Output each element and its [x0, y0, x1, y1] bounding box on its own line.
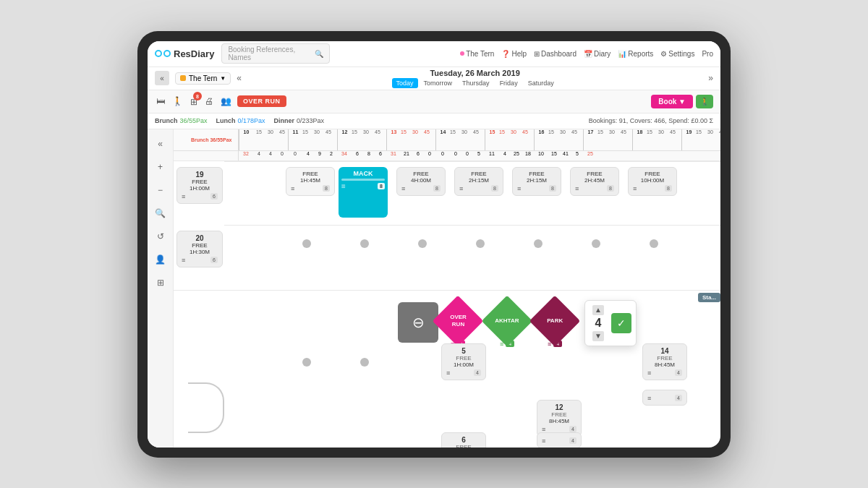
slot-dot-2[interactable]: [360, 239, 369, 248]
capacity-row: 32 4 4 0 0 4 9 2 34 6 8 6 31 21: [174, 151, 720, 161]
cap-0a: 0: [276, 151, 288, 160]
slot-dot-3[interactable]: [418, 239, 427, 248]
sidebar-collapse-icon[interactable]: «: [152, 135, 169, 153]
stepper-down-button[interactable]: ▼: [592, 331, 604, 341]
prev-date-arrow[interactable]: «: [237, 73, 242, 83]
menu-icon-14: ≡: [647, 369, 651, 377]
nav-reports-label: Reports: [628, 50, 653, 58]
free-card-2h45[interactable]: FREE 2H:45M ≡ 8: [570, 167, 619, 196]
tab-friday[interactable]: Friday: [495, 78, 522, 88]
table-5-card[interactable]: 5 FREE 1H:00M ≡ 4: [441, 343, 486, 380]
sidebar-grid-icon[interactable]: ⊞: [152, 274, 169, 291]
mack-cap-badge: 8: [378, 183, 385, 189]
cap-badge-2h45: 8: [607, 185, 614, 192]
sidebar-zoom-out-icon[interactable]: −: [152, 181, 169, 199]
sidebar-undo-icon[interactable]: ↺: [152, 228, 169, 245]
day-tabs: Today Tomorrow Thursday Friday Saturday: [247, 78, 702, 88]
akhtar-diamond[interactable]: 2 AKHTAR ≡ 4: [489, 295, 525, 348]
menu-icon-4h: ≡: [401, 185, 405, 192]
table-4-blocked[interactable]: ⊖: [398, 302, 438, 343]
nav-item-diary[interactable]: 📅 Diary: [584, 50, 610, 58]
nav-item-reports[interactable]: 📊 Reports: [618, 50, 653, 58]
sidebar-search-icon[interactable]: 🔍: [152, 205, 169, 222]
next-date-chevron[interactable]: »: [708, 73, 713, 83]
nav-item-pro[interactable]: Pro: [702, 50, 713, 58]
walk-in-button[interactable]: 🚶: [696, 95, 713, 108]
search-bar[interactable]: Booking References, Names 🔍: [221, 43, 330, 64]
next-date-arrow[interactable]: »: [708, 73, 713, 83]
print-icon[interactable]: 🖨: [203, 95, 215, 108]
table-14b-card[interactable]: ≡ 4: [642, 390, 687, 406]
cap-6b: 6: [375, 151, 386, 160]
book-button[interactable]: Book ▼: [651, 95, 693, 108]
stepper-up-button[interactable]: ▲: [592, 305, 604, 315]
tablet-screen: ResDiary Booking References, Names 🔍 The…: [148, 41, 720, 448]
lunch-value: 0/178Pax: [238, 117, 265, 124]
help-icon: ❓: [501, 50, 510, 58]
slot-dot-1[interactable]: [302, 239, 311, 248]
overrun-diamond[interactable]: 3 OVER RUN ≡ 3: [440, 295, 476, 348]
stepper-confirm-button[interactable]: ✓: [611, 313, 631, 333]
venue-selector[interactable]: The Tern ▼: [175, 72, 231, 85]
nav-venue-label: The Tern: [466, 50, 494, 58]
t-15h: 15: [647, 129, 658, 150]
bed-icon[interactable]: 🛏: [155, 95, 166, 108]
nav-item-settings[interactable]: ⚙ Settings: [660, 50, 694, 58]
walk-icon[interactable]: 🚶: [171, 95, 184, 108]
table-6-num: 6: [461, 436, 466, 444]
free-footer-4h: ≡ 8: [401, 185, 441, 192]
mack-booking-card[interactable]: MACK ≡ 8: [339, 167, 388, 218]
nav-item-venue[interactable]: The Tern: [460, 50, 494, 58]
free-label-1: FREE: [302, 171, 318, 177]
venue-color-dot: [180, 75, 186, 81]
t-15d: 15: [450, 129, 461, 150]
collapse-button[interactable]: «: [155, 71, 169, 85]
cap-badge-19: 6: [210, 193, 218, 200]
free-card-2h15[interactable]: FREE 2H:15M ≡ 8: [454, 167, 503, 196]
nav-items: The Tern ❓ Help ⊞ Dashboard 📅 Diary 📊 Re…: [460, 50, 713, 58]
cap-18: 18: [522, 151, 534, 160]
table-19-footer: ≡ 6: [182, 193, 218, 200]
table-14-card[interactable]: 14 FREE 8H:45M ≡ 4: [642, 343, 687, 380]
free-card-2h15b[interactable]: FREE 2H:15M ≡ 8: [512, 167, 561, 196]
tab-saturday[interactable]: Saturday: [524, 78, 558, 88]
covers-count: 466: [654, 117, 665, 124]
t-45f: 45: [571, 129, 583, 150]
tab-today[interactable]: Today: [392, 78, 418, 88]
slot-dot-5[interactable]: [534, 239, 542, 248]
search-placeholder: Booking References, Names: [228, 46, 315, 61]
row-divider-3: [174, 290, 720, 291]
slot-dot-r3-2[interactable]: [302, 358, 311, 367]
cap-25b: 25: [583, 151, 597, 160]
time-16: 16: [534, 129, 548, 150]
nav-item-dashboard[interactable]: ⊞ Dashboard: [534, 50, 576, 58]
slot-dot-4[interactable]: [476, 239, 485, 248]
logo-circle-right: [163, 50, 171, 57]
t-15e: 15: [499, 129, 511, 150]
table-12-card[interactable]: 12 FREE 8H:45M ≡ 4: [537, 400, 582, 437]
free-card-4h[interactable]: FREE 4H:00M ≡ 8: [396, 167, 446, 196]
slot-dot-7[interactable]: [650, 239, 658, 248]
table-14-footer: ≡ 4: [647, 369, 682, 377]
slot-dot-6[interactable]: [592, 239, 600, 248]
menu-icon-20: ≡: [182, 257, 185, 264]
slot-dot-r3-1[interactable]: [360, 358, 369, 367]
tab-thursday[interactable]: Thursday: [458, 78, 494, 88]
nav-item-help[interactable]: ❓ Help: [501, 50, 527, 58]
table-20-card[interactable]: 20 FREE 1H:30M ≡ 6: [176, 231, 223, 267]
table-12b-card[interactable]: ≡ 4: [537, 432, 582, 448]
table-19-card[interactable]: 19 FREE 1H:00M ≡ 6: [176, 167, 223, 204]
sidebar-person-icon[interactable]: 👤: [152, 251, 169, 268]
mack-progress: [341, 179, 385, 181]
free-card-10h[interactable]: FREE 10H:00M ≡ 8: [628, 167, 677, 196]
free-card-1h45m[interactable]: FREE 1H:45M ≡ 8: [286, 167, 335, 196]
dashboard-icon: ⊞: [534, 50, 540, 58]
table-6-card[interactable]: 6 FREE: [441, 432, 486, 448]
sidebar-zoom-in-icon[interactable]: +: [152, 158, 169, 176]
table-12b-footer: ≡ 4: [542, 437, 576, 445]
park-diamond[interactable]: 1 PARK ≡ 4: [537, 295, 573, 348]
people-icon[interactable]: 👥: [219, 95, 233, 108]
overrun-button[interactable]: OVER RUN: [237, 95, 286, 107]
t-45g: 45: [621, 129, 632, 150]
tab-tomorrow[interactable]: Tomorrow: [420, 78, 457, 88]
